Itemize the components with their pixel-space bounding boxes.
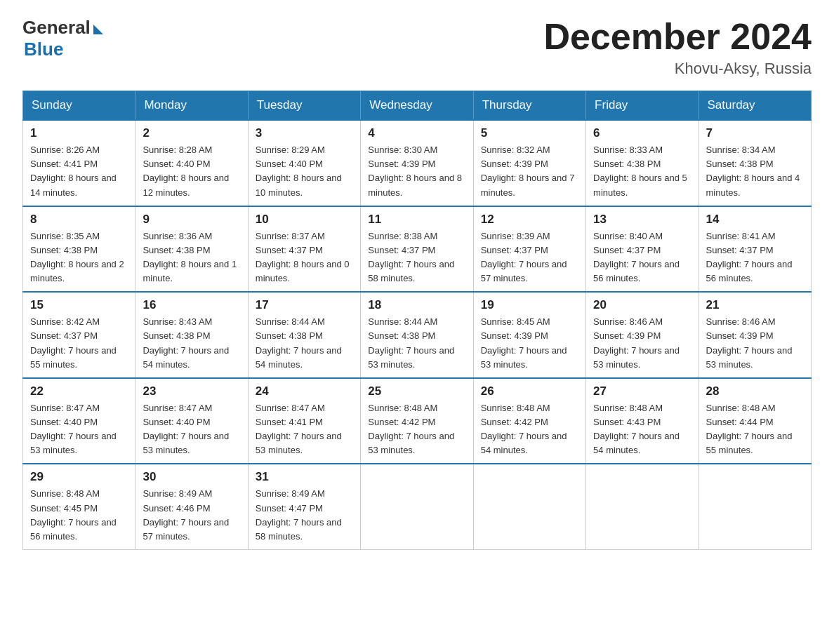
header-sunday: Sunday — [23, 91, 135, 121]
day-info: Sunrise: 8:49 AM Sunset: 4:47 PM Dayligh… — [256, 487, 353, 544]
header-wednesday: Wednesday — [361, 91, 473, 121]
day-info: Sunrise: 8:46 AM Sunset: 4:39 PM Dayligh… — [593, 315, 691, 372]
calendar-week-row: 15 Sunrise: 8:42 AM Sunset: 4:37 PM Dayl… — [23, 292, 812, 378]
logo-triangle-icon — [93, 25, 103, 34]
day-info: Sunrise: 8:48 AM Sunset: 4:45 PM Dayligh… — [30, 487, 128, 544]
calendar-subtitle: Khovu-Aksy, Russia — [543, 60, 812, 78]
calendar-header-row: Sunday Monday Tuesday Wednesday Thursday… — [23, 91, 812, 121]
day-number: 9 — [143, 213, 240, 227]
calendar-week-row: 22 Sunrise: 8:47 AM Sunset: 4:40 PM Dayl… — [23, 378, 812, 464]
logo: General Blue — [22, 17, 103, 60]
day-info: Sunrise: 8:36 AM Sunset: 4:38 PM Dayligh… — [143, 229, 240, 286]
day-info: Sunrise: 8:40 AM Sunset: 4:37 PM Dayligh… — [593, 229, 691, 286]
day-number: 15 — [30, 298, 128, 312]
table-row: 14 Sunrise: 8:41 AM Sunset: 4:37 PM Dayl… — [699, 206, 811, 293]
day-info: Sunrise: 8:44 AM Sunset: 4:38 PM Dayligh… — [368, 315, 465, 372]
day-info: Sunrise: 8:29 AM Sunset: 4:40 PM Dayligh… — [256, 143, 353, 200]
table-row: 6 Sunrise: 8:33 AM Sunset: 4:38 PM Dayli… — [586, 120, 699, 206]
day-number: 30 — [143, 470, 240, 484]
table-row: 30 Sunrise: 8:49 AM Sunset: 4:46 PM Dayl… — [135, 464, 248, 549]
day-info: Sunrise: 8:39 AM Sunset: 4:37 PM Dayligh… — [481, 229, 578, 286]
table-row: 16 Sunrise: 8:43 AM Sunset: 4:38 PM Dayl… — [135, 292, 248, 378]
day-number: 4 — [368, 126, 465, 140]
day-info: Sunrise: 8:30 AM Sunset: 4:39 PM Dayligh… — [368, 143, 465, 200]
day-info: Sunrise: 8:49 AM Sunset: 4:46 PM Dayligh… — [143, 487, 240, 544]
table-row — [699, 464, 811, 549]
table-row — [361, 464, 473, 549]
day-info: Sunrise: 8:26 AM Sunset: 4:41 PM Dayligh… — [30, 143, 128, 200]
day-info: Sunrise: 8:41 AM Sunset: 4:37 PM Dayligh… — [706, 229, 804, 286]
calendar-week-row: 1 Sunrise: 8:26 AM Sunset: 4:41 PM Dayli… — [23, 120, 812, 206]
day-number: 24 — [256, 384, 353, 398]
day-number: 5 — [481, 126, 578, 140]
day-number: 12 — [481, 213, 578, 227]
day-info: Sunrise: 8:32 AM Sunset: 4:39 PM Dayligh… — [481, 143, 578, 200]
table-row: 24 Sunrise: 8:47 AM Sunset: 4:41 PM Dayl… — [248, 378, 360, 464]
table-row: 15 Sunrise: 8:42 AM Sunset: 4:37 PM Dayl… — [23, 292, 135, 378]
day-info: Sunrise: 8:43 AM Sunset: 4:38 PM Dayligh… — [143, 315, 240, 372]
day-info: Sunrise: 8:48 AM Sunset: 4:42 PM Dayligh… — [368, 401, 465, 458]
day-number: 16 — [143, 298, 240, 312]
day-number: 17 — [256, 298, 353, 312]
table-row: 18 Sunrise: 8:44 AM Sunset: 4:38 PM Dayl… — [361, 292, 473, 378]
day-number: 20 — [593, 298, 691, 312]
day-number: 18 — [368, 298, 465, 312]
table-row: 9 Sunrise: 8:36 AM Sunset: 4:38 PM Dayli… — [135, 206, 248, 293]
day-info: Sunrise: 8:33 AM Sunset: 4:38 PM Dayligh… — [593, 143, 691, 200]
day-info: Sunrise: 8:47 AM Sunset: 4:41 PM Dayligh… — [256, 401, 353, 458]
day-info: Sunrise: 8:48 AM Sunset: 4:42 PM Dayligh… — [481, 401, 578, 458]
day-number: 29 — [30, 470, 128, 484]
table-row: 20 Sunrise: 8:46 AM Sunset: 4:39 PM Dayl… — [586, 292, 699, 378]
table-row: 11 Sunrise: 8:38 AM Sunset: 4:37 PM Dayl… — [361, 206, 473, 293]
day-info: Sunrise: 8:42 AM Sunset: 4:37 PM Dayligh… — [30, 315, 128, 372]
table-row: 19 Sunrise: 8:45 AM Sunset: 4:39 PM Dayl… — [473, 292, 585, 378]
day-number: 23 — [143, 384, 240, 398]
calendar-week-row: 8 Sunrise: 8:35 AM Sunset: 4:38 PM Dayli… — [23, 206, 812, 293]
day-number: 21 — [706, 298, 804, 312]
page-header: General Blue December 2024 Khovu-Aksy, R… — [22, 17, 812, 78]
day-number: 27 — [593, 384, 691, 398]
table-row: 22 Sunrise: 8:47 AM Sunset: 4:40 PM Dayl… — [23, 378, 135, 464]
table-row: 8 Sunrise: 8:35 AM Sunset: 4:38 PM Dayli… — [23, 206, 135, 293]
table-row: 1 Sunrise: 8:26 AM Sunset: 4:41 PM Dayli… — [23, 120, 135, 206]
day-info: Sunrise: 8:37 AM Sunset: 4:37 PM Dayligh… — [256, 229, 353, 286]
day-number: 8 — [30, 213, 128, 227]
table-row: 4 Sunrise: 8:30 AM Sunset: 4:39 PM Dayli… — [361, 120, 473, 206]
header-friday: Friday — [586, 91, 699, 121]
table-row: 3 Sunrise: 8:29 AM Sunset: 4:40 PM Dayli… — [248, 120, 360, 206]
day-info: Sunrise: 8:48 AM Sunset: 4:44 PM Dayligh… — [706, 401, 804, 458]
day-info: Sunrise: 8:48 AM Sunset: 4:43 PM Dayligh… — [593, 401, 691, 458]
day-info: Sunrise: 8:47 AM Sunset: 4:40 PM Dayligh… — [30, 401, 128, 458]
table-row: 26 Sunrise: 8:48 AM Sunset: 4:42 PM Dayl… — [473, 378, 585, 464]
day-info: Sunrise: 8:46 AM Sunset: 4:39 PM Dayligh… — [706, 315, 804, 372]
day-number: 2 — [143, 126, 240, 140]
title-area: December 2024 Khovu-Aksy, Russia — [543, 17, 812, 78]
day-number: 28 — [706, 384, 804, 398]
calendar-week-row: 29 Sunrise: 8:48 AM Sunset: 4:45 PM Dayl… — [23, 464, 812, 549]
logo-general-text: General — [22, 17, 91, 39]
day-number: 3 — [256, 126, 353, 140]
day-number: 22 — [30, 384, 128, 398]
header-saturday: Saturday — [699, 91, 811, 121]
day-info: Sunrise: 8:34 AM Sunset: 4:38 PM Dayligh… — [706, 143, 804, 200]
day-number: 6 — [593, 126, 691, 140]
header-monday: Monday — [135, 91, 248, 121]
table-row: 2 Sunrise: 8:28 AM Sunset: 4:40 PM Dayli… — [135, 120, 248, 206]
day-info: Sunrise: 8:44 AM Sunset: 4:38 PM Dayligh… — [256, 315, 353, 372]
table-row: 13 Sunrise: 8:40 AM Sunset: 4:37 PM Dayl… — [586, 206, 699, 293]
day-number: 1 — [30, 126, 128, 140]
table-row: 21 Sunrise: 8:46 AM Sunset: 4:39 PM Dayl… — [699, 292, 811, 378]
table-row: 12 Sunrise: 8:39 AM Sunset: 4:37 PM Dayl… — [473, 206, 585, 293]
table-row: 28 Sunrise: 8:48 AM Sunset: 4:44 PM Dayl… — [699, 378, 811, 464]
day-number: 13 — [593, 213, 691, 227]
day-info: Sunrise: 8:45 AM Sunset: 4:39 PM Dayligh… — [481, 315, 578, 372]
day-number: 7 — [706, 126, 804, 140]
day-number: 11 — [368, 213, 465, 227]
day-info: Sunrise: 8:28 AM Sunset: 4:40 PM Dayligh… — [143, 143, 240, 200]
table-row: 7 Sunrise: 8:34 AM Sunset: 4:38 PM Dayli… — [699, 120, 811, 206]
table-row: 17 Sunrise: 8:44 AM Sunset: 4:38 PM Dayl… — [248, 292, 360, 378]
table-row: 27 Sunrise: 8:48 AM Sunset: 4:43 PM Dayl… — [586, 378, 699, 464]
table-row: 29 Sunrise: 8:48 AM Sunset: 4:45 PM Dayl… — [23, 464, 135, 549]
header-tuesday: Tuesday — [248, 91, 360, 121]
day-info: Sunrise: 8:47 AM Sunset: 4:40 PM Dayligh… — [143, 401, 240, 458]
